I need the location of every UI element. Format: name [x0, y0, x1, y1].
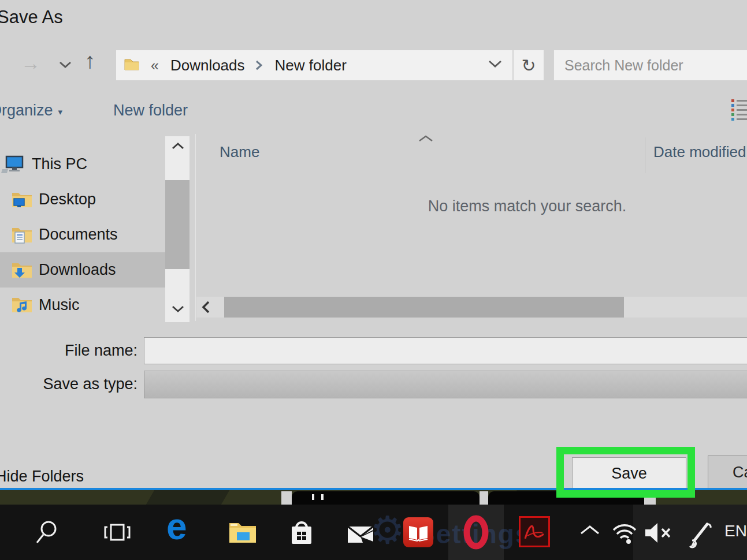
- desktop-strip: [0, 490, 747, 505]
- file-name-label: File name:: [0, 342, 137, 360]
- window-edge: [480, 491, 488, 505]
- file-name-input[interactable]: [144, 338, 747, 364]
- column-header-date-modified[interactable]: Date modified: [653, 143, 746, 161]
- search-box: [553, 50, 747, 81]
- wallpaper-shape: [146, 490, 229, 505]
- horizontal-scrollbar-thumb[interactable]: [224, 297, 624, 318]
- edge-browser-icon[interactable]: e: [166, 508, 187, 545]
- task-view-icon[interactable]: [102, 517, 132, 547]
- store-icon[interactable]: [287, 517, 317, 547]
- breadcrumb-overflow-icon[interactable]: «: [151, 57, 159, 74]
- sidebar-item-documents[interactable]: Documents: [0, 217, 165, 252]
- sidebar-item-label: Desktop: [39, 191, 96, 208]
- scroll-left-icon[interactable]: [201, 300, 210, 316]
- file-name-field-wrap: [144, 337, 747, 364]
- window-edge: [281, 491, 292, 505]
- sidebar-item-downloads[interactable]: Downloads: [0, 252, 165, 288]
- sidebar-item-desktop[interactable]: Desktop: [0, 182, 165, 217]
- chevron-down-icon: ▾: [58, 107, 63, 117]
- organize-button[interactable]: Organize ▾: [0, 102, 62, 120]
- address-bar[interactable]: « Downloads New folder: [116, 50, 513, 81]
- window-thumbnail[interactable]: [488, 491, 644, 505]
- column-divider[interactable]: [645, 137, 646, 173]
- breadcrumb-new-folder[interactable]: New folder: [275, 57, 347, 74]
- pane-divider: [195, 134, 196, 321]
- sidebar-item-label: Music: [39, 296, 80, 314]
- address-dropdown-chevron-icon[interactable]: [487, 59, 503, 72]
- wifi-icon[interactable]: [610, 520, 639, 547]
- sidebar-scrollbar-thumb[interactable]: [165, 180, 189, 269]
- file-explorer-icon[interactable]: [227, 517, 257, 547]
- details-view-icon[interactable]: [730, 97, 747, 124]
- acrobat-reader-icon[interactable]: [519, 516, 550, 547]
- sidebar-item-label: This PC: [32, 155, 87, 173]
- dialog-title: Save As: [0, 7, 63, 28]
- save-as-dialog: Save As → ↑ « Downloads New folder ↻ Org…: [0, 0, 747, 560]
- save-as-type-dropdown[interactable]: [144, 371, 747, 398]
- recent-locations-chevron-icon[interactable]: [58, 60, 73, 72]
- new-folder-button[interactable]: New folder: [113, 102, 188, 120]
- language-indicator[interactable]: EN: [724, 522, 747, 540]
- pen-workspace-icon[interactable]: [685, 518, 713, 551]
- window-thumbnail[interactable]: [292, 491, 480, 505]
- refresh-button[interactable]: ↻: [513, 50, 544, 81]
- ebook-app-icon[interactable]: [403, 517, 433, 547]
- empty-list-message: No items match your search.: [306, 197, 747, 215]
- save-button[interactable]: Save: [572, 457, 686, 490]
- music-folder-icon: [10, 294, 34, 315]
- cancel-button[interactable]: Cancel: [708, 456, 747, 489]
- mail-icon[interactable]: [345, 517, 376, 547]
- up-button[interactable]: ↑: [84, 50, 95, 72]
- downloads-folder-icon: [10, 260, 34, 281]
- chevron-right-icon: [254, 59, 263, 73]
- sidebar-item-label: Documents: [39, 226, 118, 244]
- hide-folders-button[interactable]: Hide Folders: [0, 468, 84, 486]
- forward-button[interactable]: →: [21, 53, 40, 73]
- volume-muted-icon[interactable]: [644, 521, 672, 547]
- organize-label: Organize: [0, 102, 53, 120]
- sort-ascending-icon[interactable]: [418, 134, 433, 144]
- taskbar-search-icon[interactable]: [32, 517, 62, 547]
- thumbnail-detail: [312, 494, 314, 500]
- sidebar-item-music[interactable]: Music: [0, 288, 165, 322]
- documents-folder-icon: [10, 225, 34, 245]
- scroll-down-icon[interactable]: [172, 305, 184, 315]
- search-input[interactable]: [554, 50, 747, 80]
- this-pc-icon: [1, 154, 27, 175]
- desktop-folder-icon: [10, 189, 34, 210]
- save-as-type-label: Save as type:: [0, 375, 137, 393]
- scroll-up-icon[interactable]: [172, 142, 184, 152]
- breadcrumb-downloads[interactable]: Downloads: [170, 57, 245, 74]
- thumbnail-detail: [321, 494, 324, 500]
- sidebar-item-this-pc[interactable]: This PC: [0, 147, 165, 182]
- opera-browser-icon[interactable]: [461, 513, 491, 554]
- window-edge: [644, 491, 656, 505]
- sidebar-item-label: Downloads: [39, 261, 116, 279]
- folder-icon: [123, 57, 140, 74]
- tray-expand-icon[interactable]: [579, 524, 601, 538]
- column-header-name[interactable]: Name: [220, 143, 259, 161]
